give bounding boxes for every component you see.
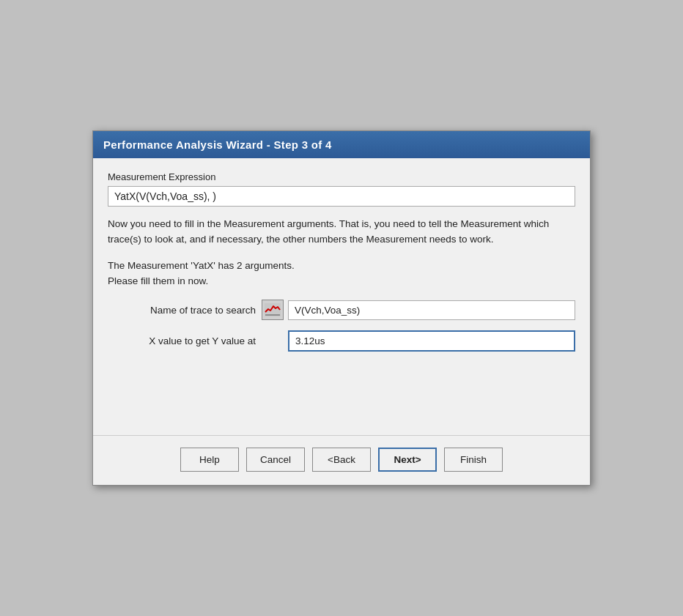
- x-value-input[interactable]: [288, 330, 575, 352]
- next-button[interactable]: Next>: [378, 448, 437, 472]
- cancel-button[interactable]: Cancel: [246, 448, 305, 472]
- dialog-footer: Help Cancel <Back Next> Finish: [93, 435, 590, 485]
- title-bar: Performance Analysis Wizard - Step 3 of …: [93, 131, 590, 158]
- expression-input[interactable]: [108, 186, 575, 207]
- trace-search-label: Name of trace to search: [122, 305, 262, 316]
- help-button[interactable]: Help: [180, 448, 239, 472]
- description-text: Now you need to fill in the Measurement …: [108, 217, 575, 248]
- trace-search-input[interactable]: [288, 300, 575, 320]
- wizard-dialog: Performance Analysis Wizard - Step 3 of …: [92, 130, 591, 486]
- dialog-title: Performance Analysis Wizard - Step 3 of …: [103, 138, 332, 151]
- x-value-row: X value to get Y value at: [108, 330, 575, 352]
- arg-info-line2: Please fill them in now.: [108, 275, 208, 286]
- arg-info-line1: The Measurement 'YatX' has 2 arguments.: [108, 260, 295, 271]
- back-button[interactable]: <Back: [312, 448, 371, 472]
- arguments-section: The Measurement 'YatX' has 2 arguments. …: [108, 258, 575, 352]
- finish-button[interactable]: Finish: [444, 448, 503, 472]
- trace-search-row: Name of trace to search: [108, 300, 575, 320]
- arg-info: The Measurement 'YatX' has 2 arguments. …: [108, 258, 575, 289]
- x-value-label: X value to get Y value at: [122, 335, 262, 346]
- dialog-content: Measurement Expression Now you need to f…: [93, 158, 590, 376]
- trace-picker-icon[interactable]: [262, 300, 284, 320]
- section-label: Measurement Expression: [108, 171, 575, 182]
